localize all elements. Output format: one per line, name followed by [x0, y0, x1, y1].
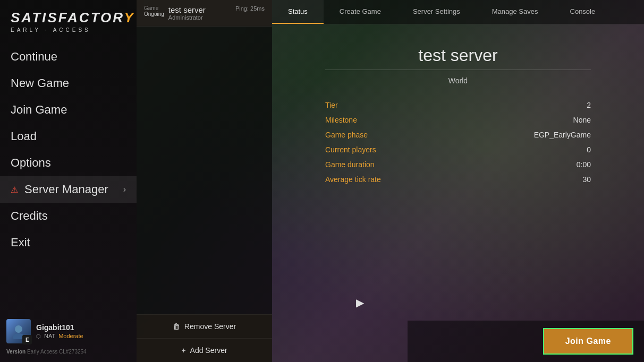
stat-label-game-duration: Game duration	[325, 160, 375, 169]
nav-item-continue[interactable]: Continue	[0, 44, 137, 70]
join-game-button[interactable]: Join Game	[543, 328, 633, 355]
svg-point-0	[15, 325, 22, 333]
stat-row-current-players: Current players 0	[325, 142, 591, 157]
nav-label-server-manager: Server Manager	[24, 183, 119, 196]
version-label: Version	[6, 349, 26, 355]
nav-label-new-game: New Game	[11, 76, 69, 90]
server-divider	[325, 70, 591, 70]
stat-label-tier: Tier	[325, 101, 338, 109]
main-content: Game Ongoing test server Administrator P…	[137, 0, 644, 362]
nav-item-join-game[interactable]: Join Game	[0, 97, 137, 123]
stat-row-tier: Tier 2	[325, 98, 591, 113]
server-status-label: Game	[144, 5, 164, 11]
version-info: Version Early Access CL#273254	[0, 348, 137, 359]
nat-info: ⬡ NAT Moderate	[36, 333, 130, 339]
tab-status-label: Status	[288, 7, 308, 15]
tab-status[interactable]: Status	[272, 0, 324, 24]
stat-value-milestone: None	[573, 116, 591, 124]
plus-icon: +	[181, 346, 185, 355]
chevron-right-icon: ›	[123, 185, 126, 194]
tab-create-game[interactable]: Create Game	[324, 0, 397, 24]
stats-table: Tier 2 Milestone None Game phase EGP_Ear…	[325, 98, 591, 187]
tab-console-label: Console	[570, 7, 596, 15]
logo-title: SATISFACTORY	[11, 10, 126, 26]
tab-console[interactable]: Console	[554, 0, 612, 24]
logo: SATISFACTORY EARLY · ACCESS	[11, 10, 126, 33]
server-status-value: Ongoing	[144, 11, 164, 17]
version-value: Early Access CL#273254	[27, 349, 87, 355]
stat-label-milestone: Milestone	[325, 116, 357, 124]
add-server-label: Add Server	[190, 346, 227, 355]
nav-item-credits[interactable]: Credits	[0, 203, 137, 229]
add-server-button[interactable]: + Add Server	[137, 338, 272, 362]
remove-server-label: Remove Server	[184, 322, 236, 331]
tab-manage-saves[interactable]: Manage Saves	[476, 0, 554, 24]
server-item-admin: Administrator	[168, 14, 231, 21]
stat-row-game-duration: Game duration 0:00	[325, 157, 591, 172]
server-status-content: test server World Tier 2 Milestone None …	[272, 24, 644, 362]
nat-label: NAT	[44, 333, 55, 339]
epic-badge: E	[22, 335, 32, 344]
nav-item-options[interactable]: Options	[0, 150, 137, 176]
tab-create-game-label: Create Game	[340, 7, 381, 15]
trash-icon: 🗑	[173, 322, 180, 331]
server-title: test server	[418, 46, 497, 65]
stat-row-avg-tick-rate: Average tick rate 30	[325, 172, 591, 187]
stat-row-milestone: Milestone None	[325, 113, 591, 127]
stat-value-avg-tick-rate: 30	[582, 175, 591, 184]
server-status-info: Game Ongoing	[144, 5, 164, 17]
epic-logo: E	[26, 337, 29, 343]
server-item-info: test server Administrator	[168, 5, 231, 21]
nat-icon: ⬡	[36, 333, 41, 339]
server-actions: 🗑 Remove Server + Add Server	[137, 314, 272, 362]
username: Gigabit101	[36, 323, 130, 332]
nav-item-load[interactable]: Load	[0, 123, 137, 150]
user-info: Gigabit101 ⬡ NAT Moderate	[36, 323, 130, 339]
stat-label-game-phase: Game phase	[325, 131, 368, 139]
tab-server-settings-label: Server Settings	[413, 7, 460, 15]
nav-label-continue: Continue	[11, 50, 57, 64]
tab-bar: Status Create Game Server Settings Manag…	[272, 0, 644, 24]
stat-value-current-players: 0	[587, 145, 591, 154]
nav-label-join-game: Join Game	[11, 103, 67, 117]
tab-server-settings[interactable]: Server Settings	[397, 0, 476, 24]
warning-icon: ⚠	[11, 185, 18, 195]
user-area: E Gigabit101 ⬡ NAT Moderate	[0, 315, 137, 348]
nav-item-server-manager[interactable]: ⚠ Server Manager ›	[0, 176, 137, 203]
avatar-container: E	[6, 319, 31, 343]
logo-area: SATISFACTORY EARLY · ACCESS	[0, 0, 137, 38]
stat-row-game-phase: Game phase EGP_EarlyGame	[325, 127, 591, 142]
stat-value-tier: 2	[587, 101, 591, 109]
bottom-bar: Join Game	[408, 321, 644, 362]
stat-label-avg-tick-rate: Average tick rate	[325, 175, 381, 184]
logo-highlight: Y	[124, 10, 135, 25]
nav-label-load: Load	[11, 130, 37, 143]
server-list-item[interactable]: Game Ongoing test server Administrator P…	[137, 0, 272, 27]
tab-manage-saves-label: Manage Saves	[492, 7, 538, 15]
server-details-panel: Status Create Game Server Settings Manag…	[272, 0, 644, 362]
nat-status: Moderate	[58, 333, 83, 339]
logo-subtitle: EARLY · ACCESS	[11, 27, 126, 33]
nav-item-exit[interactable]: Exit	[0, 229, 137, 256]
nav-menu: Continue New Game Join Game Load Options…	[0, 44, 137, 309]
sidebar: SATISFACTORY EARLY · ACCESS Continue New…	[0, 0, 137, 362]
remove-server-button[interactable]: 🗑 Remove Server	[137, 314, 272, 338]
nav-label-exit: Exit	[11, 236, 30, 249]
stat-value-game-phase: EGP_EarlyGame	[534, 131, 591, 139]
sidebar-bottom: E Gigabit101 ⬡ NAT Moderate Version Earl…	[0, 309, 137, 362]
server-subtitle: World	[448, 76, 468, 85]
nav-item-new-game[interactable]: New Game	[0, 70, 137, 97]
nav-label-options: Options	[11, 156, 51, 170]
stat-label-current-players: Current players	[325, 145, 376, 154]
server-list-panel: Game Ongoing test server Administrator P…	[137, 0, 272, 362]
nav-label-credits: Credits	[11, 209, 48, 223]
server-item-name: test server	[168, 5, 231, 14]
stat-value-game-duration: 0:00	[577, 160, 591, 169]
server-item-ping: Ping: 25ms	[235, 5, 265, 12]
